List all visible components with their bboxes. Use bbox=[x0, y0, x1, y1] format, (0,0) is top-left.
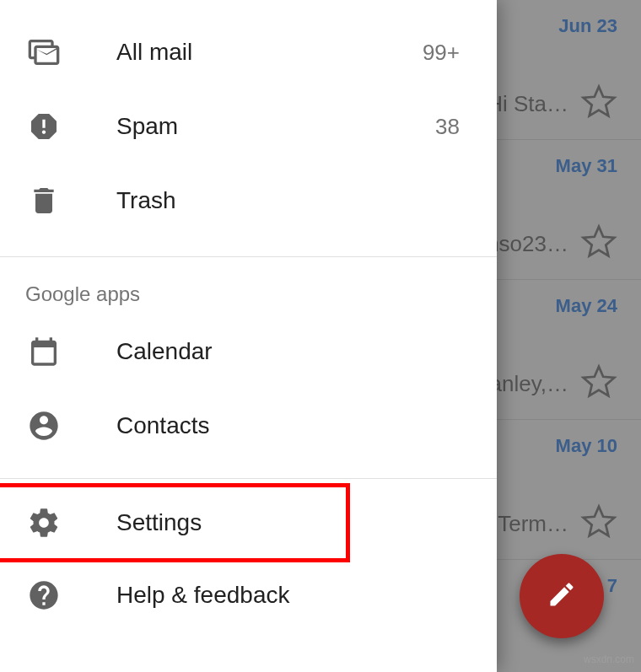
menu-item-help[interactable]: Help & feedback bbox=[0, 558, 497, 632]
menu-label: Contacts bbox=[116, 412, 471, 439]
menu-label: All mail bbox=[116, 39, 423, 66]
menu-item-settings[interactable]: Settings bbox=[0, 487, 346, 558]
help-icon bbox=[25, 577, 62, 614]
contacts-icon bbox=[25, 407, 62, 444]
section-header-google-apps: Google apps bbox=[0, 257, 497, 309]
menu-label: Help & feedback bbox=[116, 582, 471, 609]
watermark: wsxdn.com bbox=[584, 653, 634, 665]
menu-count: 99+ bbox=[423, 40, 460, 66]
settings-highlight: Settings bbox=[0, 483, 350, 562]
settings-icon bbox=[25, 504, 62, 541]
trash-icon bbox=[25, 182, 62, 219]
spam-icon bbox=[25, 108, 62, 145]
calendar-icon bbox=[25, 333, 62, 370]
menu-label: Calendar bbox=[116, 338, 471, 365]
menu-label: Settings bbox=[116, 509, 320, 536]
menu-count: 38 bbox=[435, 114, 460, 140]
pencil-icon bbox=[547, 579, 577, 613]
mail-stack-icon bbox=[25, 34, 62, 71]
menu-label: Spam bbox=[116, 113, 435, 140]
menu-item-spam[interactable]: Spam 38 bbox=[0, 89, 497, 164]
menu-label: Trash bbox=[116, 187, 471, 214]
menu-item-contacts[interactable]: Contacts bbox=[0, 389, 497, 463]
navigation-drawer: All mail 99+ Spam 38 Trash Google apps C… bbox=[0, 0, 497, 672]
compose-fab[interactable] bbox=[520, 554, 604, 638]
menu-item-calendar[interactable]: Calendar bbox=[0, 314, 497, 389]
menu-item-all-mail[interactable]: All mail 99+ bbox=[0, 15, 497, 89]
menu-item-trash[interactable]: Trash bbox=[0, 164, 497, 238]
